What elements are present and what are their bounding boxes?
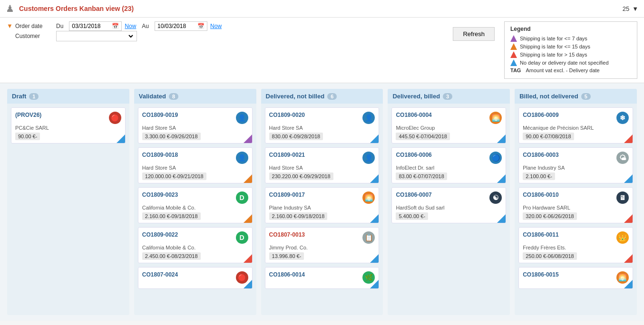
card-header: CO1809-0020 👤 [269,112,375,124]
date-from-input[interactable]: 📅 [69,21,122,31]
kanban-card[interactable]: CO1807-0024 🔴 [138,267,253,289]
kanban-card[interactable]: CO1809-0018 👤 Hard Store SA 120.000.00 €… [138,147,253,183]
kanban-card[interactable]: CO1809-0023 D California Mobile & Co. 2.… [138,187,253,223]
card-avatar: 🌅 [362,191,375,204]
card-avatar: 👤 [236,112,248,124]
kanban-card[interactable]: CO1809-0017 🌅 Plane Industry SA 2.160.00… [265,187,380,223]
card-amount: 90.00 €-07/08/2018 [523,133,574,140]
card-header: CO1809-0017 🌅 [269,191,375,204]
card-header: CO1806-0004 🌅 [396,112,502,124]
card-corner-indicator [117,134,125,143]
card-ref: CO1809-0022 [142,231,178,238]
card-amount-wrapper: 320.00 €-06/26/2018 [523,212,629,220]
kanban-card[interactable]: CO1806-0010 🖥 Pro Hardware SARL 320.00 €… [518,187,633,223]
card-corner-indicator [244,134,252,143]
kanban-card[interactable]: CO1809-0022 D California Mobile & Co. 2.… [138,227,253,263]
col-badge: 6 [327,93,337,100]
card-amount-wrapper: 2.160.00 €-09/18/2018 [269,212,375,220]
kanban-card[interactable]: CO1806-0006 🔵 InfoElect Dr. sarl 83.00 €… [391,147,506,183]
calendar-icon-from[interactable]: 📅 [112,23,119,29]
order-date-row: Order date Du 📅 Now Au 📅 Now [15,21,443,31]
calendar-icon-to[interactable]: 📅 [197,23,205,29]
du-label: Du [56,23,63,29]
legend-text-purple: Shipping is late for <= 7 days [520,36,587,41]
card-amount: 830.00 €-09/28/2018 [269,133,323,140]
kanban-col-delivered_billed: Delivered, billed 3 CO1806-0004 🌅 MicroE… [388,89,510,315]
col-header-billed_not_delivered: Billed, not delivered 5 [515,89,637,104]
card-ref: CO1806-0009 [523,112,558,118]
col-badge: 3 [443,93,452,100]
kanban-card[interactable]: CO1809-0021 👤 Hard Store SA 230.220.00 €… [265,147,380,183]
card-customer: Hard Store SA [142,125,248,131]
kanban-card[interactable]: CO1806-0011 👑 Freddy Frères Ets. 250.00 … [518,227,633,263]
card-customer: Jimmy Prod. Co. [269,245,375,250]
card-ref: CO1806-0007 [396,191,431,198]
kanban-card[interactable]: CO1806-0007 ☯ HardSoft du Sud sarl 5.400… [391,187,506,223]
card-customer: Hard Store SA [269,125,375,131]
order-date-label: Order date [15,23,53,29]
now-to-link[interactable]: Now [210,23,222,29]
kanban-card[interactable]: CO1809-0019 👤 Hard Store SA 3.300.00 €-0… [138,107,253,143]
col-header-delivered_billed: Delivered, billed 3 [388,89,510,104]
app-icon: ♟ [6,3,14,14]
card-ref: CO1809-0019 [142,112,178,118]
card-customer: InfoElect Dr. sarl [396,165,502,171]
card-corner-indicator [370,254,379,263]
au-label: Au [142,23,149,29]
card-corner-indicator [497,134,506,143]
kanban-card[interactable]: CO1806-0003 🌤 Plane Industry SA 2.100.00… [518,147,633,183]
kanban-cards-delivered_billed: CO1806-0004 🌅 MicroElec Group 445.50 €-0… [388,104,510,227]
customer-label: Customer [15,33,53,39]
card-avatar: 👤 [236,152,248,164]
card-amount: 2.450.00 €-08/23/2018 [142,252,201,260]
refresh-button[interactable]: Refresh [453,27,495,41]
card-ref: CO1807-0024 [142,271,178,278]
card-corner-indicator [624,214,633,223]
kanban-card[interactable]: CO1809-0020 👤 Hard Store SA 830.00 €-09/… [265,107,380,143]
card-customer: Hard Store SA [269,165,375,171]
card-header: CO1809-0022 D [142,231,248,244]
card-ref: (PROV26) [15,112,41,118]
card-ref: CO1806-0011 [523,231,558,238]
kanban-card[interactable]: CO1806-0014 🌿 [265,267,380,289]
kanban-card[interactable]: CO1806-0009 ❄ Mécanique de Précision SAR… [518,107,633,143]
col-label: Billed, not delivered [519,93,578,100]
customer-select[interactable] [59,32,135,40]
kanban-card[interactable]: (PROV26) 🔴 PC&Cie SARL 90.00 €- [11,107,126,143]
page-size-selector[interactable]: 25 ▼ [623,5,638,12]
card-avatar: 👑 [616,231,629,244]
kanban-col-delivered_not_billed: Delivered, not billed 6 CO1809-0020 👤 Ha… [261,89,383,315]
col-header-draft: Draft 1 [7,89,129,104]
kanban-card[interactable]: CO1806-0015 🌅 [518,267,633,289]
card-amount: 230.220.00 €-09/29/2018 [269,172,333,180]
card-avatar: 🔴 [109,112,121,124]
card-ref: CO1809-0017 [269,191,305,198]
card-header: CO1806-0006 🔵 [396,152,502,164]
date-to-field[interactable] [157,23,195,29]
date-to-input[interactable]: 📅 [155,21,207,31]
card-amount: 2.160.00 €-09/18/2018 [269,212,328,220]
card-amount: 320.00 €-06/26/2018 [523,212,577,220]
now-from-link[interactable]: Now [125,23,136,29]
card-avatar: 📋 [362,231,375,244]
kanban-card[interactable]: CO1807-0013 📋 Jimmy Prod. Co. 13.996.80 … [265,227,380,263]
card-ref: CO1806-0004 [396,112,431,118]
card-amount: 250.00 €-06/08/2018 [523,252,577,260]
kanban-card[interactable]: CO1806-0004 🌅 MicroElec Group 445.50 €-0… [391,107,506,143]
page-size-chevron[interactable]: ▼ [632,5,638,12]
card-header: CO1807-0013 📋 [269,231,375,244]
card-avatar: 👤 [362,152,375,164]
legend-icon-red [510,51,517,58]
card-amount: 445.50 €-07/04/2018 [396,133,450,140]
card-amount-wrapper: 2.450.00 €-08/23/2018 [142,252,248,260]
customer-select-wrapper[interactable] [56,31,137,41]
legend-icon-orange [510,43,517,50]
date-from-field[interactable] [72,23,110,29]
card-amount-wrapper: 230.220.00 €-09/29/2018 [269,172,375,180]
card-ref: CO1806-0010 [523,191,558,198]
card-amount-wrapper: 83.00 €-07/07/2018 [396,172,502,180]
kanban-board: Draft 1 (PROV26) 🔴 PC&Cie SARL 90.00 €- … [0,83,644,321]
card-customer: Pro Hardware SARL [523,205,629,210]
card-header: CO1809-0018 👤 [142,152,248,164]
card-header: CO1809-0021 👤 [269,152,375,164]
